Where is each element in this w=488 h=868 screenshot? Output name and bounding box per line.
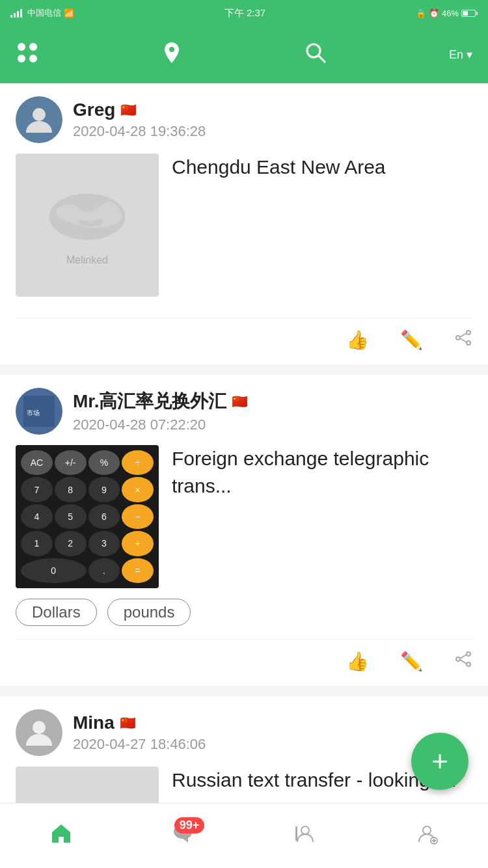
- nav-contacts[interactable]: [294, 822, 316, 850]
- post-meta: Greg 🇨🇳 2020-04-28 19:36:28: [73, 100, 472, 140]
- post-image[interactable]: Melinked: [16, 154, 159, 297]
- post-meta: Mina 🇨🇳 2020-04-27 18:46:06: [73, 712, 472, 753]
- contacts-icon: [294, 822, 316, 850]
- post-title: Chengdu East New Area: [172, 154, 472, 181]
- post-actions: 👍 ✏️: [16, 318, 472, 364]
- status-right: 🔒 ⏰ 46%: [416, 8, 478, 18]
- svg-point-1: [29, 43, 37, 51]
- location-icon[interactable]: [161, 41, 182, 69]
- svg-line-18: [460, 655, 467, 658]
- post-content: AC +/- % ÷ 7 8 9 × 4 5 6 − 1 2 3 + 0 . =…: [16, 445, 472, 588]
- svg-point-10: [467, 341, 470, 345]
- svg-point-17: [467, 662, 470, 666]
- nav-messages[interactable]: 99+: [172, 822, 194, 850]
- post-header: 市场 Mr.高汇率兑换外汇 🇨🇳 2020-04-28 07:22:20: [16, 388, 472, 435]
- lock-icon: 🔒: [416, 8, 426, 18]
- username: Greg: [73, 100, 115, 120]
- flag-icon: 🇨🇳: [120, 715, 136, 731]
- bottom-nav: 99+: [0, 803, 488, 868]
- share-button[interactable]: [454, 650, 472, 673]
- post-card: 市场 Mr.高汇率兑换外汇 🇨🇳 2020-04-28 07:22:20 AC …: [0, 375, 488, 686]
- avatar[interactable]: 市场: [16, 388, 62, 435]
- post-time: 2020-04-28 07:22:20: [73, 416, 472, 433]
- post-title: Foreign exchange telegraphic trans...: [172, 445, 472, 500]
- svg-line-11: [460, 333, 467, 337]
- battery-icon: [461, 10, 478, 17]
- like-button[interactable]: 👍: [346, 329, 369, 351]
- apps-icon[interactable]: [16, 41, 39, 69]
- share-button[interactable]: [454, 329, 472, 351]
- post-card: Greg 🇨🇳 2020-04-28 19:36:28 Melinked Che…: [0, 83, 488, 364]
- avatar[interactable]: [16, 96, 62, 143]
- search-icon[interactable]: [305, 42, 327, 68]
- profile-icon: [416, 822, 438, 850]
- tags-row: Dollars pounds: [16, 599, 472, 626]
- comment-button[interactable]: ✏️: [400, 651, 423, 672]
- fab-button[interactable]: +: [411, 733, 468, 790]
- svg-point-8: [467, 331, 470, 334]
- svg-point-9: [456, 336, 460, 340]
- nav-bar: En ▾: [0, 26, 488, 83]
- tag-dollars[interactable]: Dollars: [16, 599, 97, 626]
- status-left: 中国电信 📶: [10, 7, 74, 19]
- post-content: Melinked Chengdu East New Area: [16, 154, 472, 307]
- svg-point-15: [467, 652, 470, 656]
- post-actions: 👍 ✏️: [16, 639, 472, 686]
- username: Mina: [73, 712, 115, 733]
- post-meta: Mr.高汇率兑换外汇 🇨🇳 2020-04-28 07:22:20: [73, 389, 472, 433]
- wifi-icon: 📶: [64, 8, 74, 18]
- like-button[interactable]: 👍: [346, 651, 369, 672]
- alarm-icon: ⏰: [429, 8, 439, 18]
- svg-point-34: [301, 826, 309, 834]
- post-header: Greg 🇨🇳 2020-04-28 19:36:28: [16, 96, 472, 143]
- nav-profile[interactable]: [416, 822, 438, 850]
- svg-rect-35: [295, 826, 297, 841]
- post-time: 2020-04-27 18:46:06: [73, 736, 472, 753]
- message-badge: 99+: [174, 817, 205, 834]
- home-icon: [50, 822, 72, 850]
- status-bar: 中国电信 📶 下午 2:37 🔒 ⏰ 46%: [0, 0, 488, 26]
- comment-button[interactable]: ✏️: [400, 329, 423, 351]
- tag-pounds[interactable]: pounds: [107, 599, 191, 626]
- svg-point-4: [307, 44, 320, 57]
- language-label: En ▾: [449, 47, 472, 62]
- signal-icon: [10, 9, 22, 18]
- svg-point-0: [18, 43, 25, 51]
- melinked-watermark: Melinked: [66, 254, 108, 266]
- battery-label: 46%: [442, 8, 459, 18]
- flag-icon: 🇨🇳: [232, 394, 248, 409]
- svg-point-20: [33, 721, 46, 734]
- svg-line-12: [460, 338, 467, 342]
- post-image[interactable]: AC +/- % ÷ 7 8 9 × 4 5 6 − 1 2 3 + 0 . =: [16, 445, 159, 588]
- svg-point-16: [456, 657, 460, 661]
- svg-point-2: [18, 55, 25, 62]
- post-header: Mina 🇨🇳 2020-04-27 18:46:06: [16, 709, 472, 756]
- svg-line-19: [460, 660, 467, 664]
- nav-home[interactable]: [50, 822, 72, 850]
- username: Mr.高汇率兑换外汇: [73, 389, 226, 414]
- carrier-label: 中国电信: [27, 7, 61, 19]
- svg-point-3: [29, 55, 37, 62]
- avatar[interactable]: [16, 709, 62, 756]
- svg-point-36: [423, 826, 431, 834]
- svg-line-5: [319, 56, 325, 62]
- post-time: 2020-04-28 19:36:28: [73, 123, 472, 140]
- flag-icon: 🇨🇳: [120, 102, 137, 118]
- language-selector[interactable]: En ▾: [449, 47, 472, 62]
- svg-point-6: [33, 108, 46, 121]
- svg-text:市场: 市场: [27, 409, 40, 416]
- clock-label: 下午 2:37: [224, 7, 265, 20]
